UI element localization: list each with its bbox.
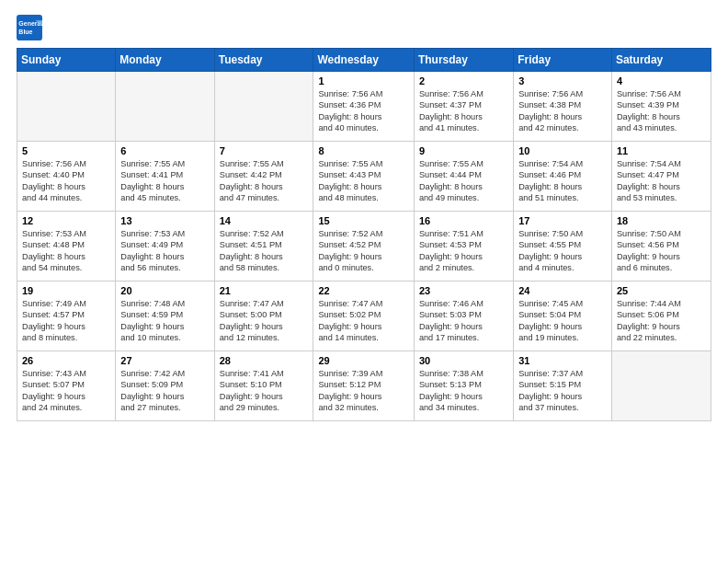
calendar-cell: 1Sunrise: 7:56 AMSunset: 4:36 PMDaylight… (313, 72, 414, 142)
day-number: 2 (419, 75, 508, 86)
day-number: 16 (419, 215, 508, 226)
cell-details: Sunrise: 7:52 AMSunset: 4:52 PMDaylight:… (318, 228, 408, 274)
cell-details: Sunrise: 7:44 AMSunset: 5:06 PMDaylight:… (617, 298, 706, 344)
weekday-header-wednesday: Wednesday (313, 49, 414, 72)
calendar-cell: 21Sunrise: 7:47 AMSunset: 5:00 PMDayligh… (214, 282, 313, 351)
calendar-cell: 10Sunrise: 7:54 AMSunset: 4:46 PMDayligh… (514, 142, 612, 212)
calendar-cell: 31Sunrise: 7:37 AMSunset: 5:15 PMDayligh… (514, 351, 612, 421)
cell-details: Sunrise: 7:48 AMSunset: 4:59 PMDaylight:… (120, 298, 209, 344)
day-number: 18 (617, 215, 706, 226)
cell-details: Sunrise: 7:52 AMSunset: 4:51 PMDaylight:… (220, 228, 309, 274)
calendar-cell: 12Sunrise: 7:53 AMSunset: 4:48 PMDayligh… (17, 212, 116, 282)
day-number: 5 (22, 145, 110, 156)
day-number: 27 (120, 355, 209, 366)
cell-details: Sunrise: 7:55 AMSunset: 4:44 PMDaylight:… (419, 158, 508, 204)
day-number: 12 (22, 215, 110, 226)
day-number: 6 (120, 145, 209, 156)
cell-details: Sunrise: 7:47 AMSunset: 5:02 PMDaylight:… (318, 298, 408, 344)
calendar-cell: 11Sunrise: 7:54 AMSunset: 4:47 PMDayligh… (611, 142, 711, 212)
day-number: 21 (220, 285, 309, 296)
day-number: 31 (518, 355, 607, 366)
cell-details: Sunrise: 7:41 AMSunset: 5:10 PMDaylight:… (220, 368, 309, 414)
cell-details: Sunrise: 7:56 AMSunset: 4:40 PMDaylight:… (22, 158, 110, 204)
calendar-cell: 4Sunrise: 7:56 AMSunset: 4:39 PMDaylight… (611, 72, 711, 142)
day-number: 26 (22, 355, 110, 366)
calendar-cell: 29Sunrise: 7:39 AMSunset: 5:12 PMDayligh… (313, 351, 414, 421)
calendar-cell (214, 72, 313, 142)
calendar-cell: 2Sunrise: 7:56 AMSunset: 4:37 PMDaylight… (414, 72, 513, 142)
cell-details: Sunrise: 7:53 AMSunset: 4:48 PMDaylight:… (22, 228, 110, 274)
day-number: 13 (120, 215, 209, 226)
calendar-cell: 8Sunrise: 7:55 AMSunset: 4:43 PMDaylight… (313, 142, 414, 212)
day-number: 23 (419, 285, 508, 296)
calendar-cell: 7Sunrise: 7:55 AMSunset: 4:42 PMDaylight… (214, 142, 313, 212)
day-number: 11 (617, 145, 706, 156)
day-number: 14 (220, 215, 309, 226)
cell-details: Sunrise: 7:49 AMSunset: 4:57 PMDaylight:… (22, 298, 110, 344)
calendar-cell: 23Sunrise: 7:46 AMSunset: 5:03 PMDayligh… (414, 282, 513, 351)
cell-details: Sunrise: 7:56 AMSunset: 4:37 PMDaylight:… (419, 88, 508, 134)
cell-details: Sunrise: 7:54 AMSunset: 4:46 PMDaylight:… (518, 158, 607, 204)
calendar-cell: 19Sunrise: 7:49 AMSunset: 4:57 PMDayligh… (17, 282, 116, 351)
calendar-cell (116, 72, 214, 142)
calendar-cell: 17Sunrise: 7:50 AMSunset: 4:55 PMDayligh… (514, 212, 612, 282)
day-number: 9 (419, 145, 508, 156)
day-number: 15 (318, 215, 408, 226)
day-number: 30 (419, 355, 508, 366)
cell-details: Sunrise: 7:55 AMSunset: 4:41 PMDaylight:… (120, 158, 209, 204)
weekday-header-friday: Friday (514, 49, 612, 72)
calendar-cell: 5Sunrise: 7:56 AMSunset: 4:40 PMDaylight… (17, 142, 116, 212)
day-number: 28 (220, 355, 309, 366)
day-number: 20 (120, 285, 209, 296)
svg-rect-0 (17, 15, 42, 40)
calendar-cell: 24Sunrise: 7:45 AMSunset: 5:04 PMDayligh… (514, 282, 612, 351)
cell-details: Sunrise: 7:37 AMSunset: 5:15 PMDaylight:… (518, 368, 607, 414)
day-number: 8 (318, 145, 408, 156)
weekday-header-saturday: Saturday (611, 49, 711, 72)
calendar-cell (611, 351, 711, 421)
day-number: 24 (518, 285, 607, 296)
calendar-cell: 27Sunrise: 7:42 AMSunset: 5:09 PMDayligh… (116, 351, 214, 421)
weekday-header-tuesday: Tuesday (214, 49, 313, 72)
calendar-cell: 20Sunrise: 7:48 AMSunset: 4:59 PMDayligh… (116, 282, 214, 351)
svg-text:Blue: Blue (18, 29, 32, 35)
day-number: 4 (617, 75, 706, 86)
cell-details: Sunrise: 7:56 AMSunset: 4:36 PMDaylight:… (318, 88, 408, 134)
day-number: 17 (518, 215, 607, 226)
cell-details: Sunrise: 7:55 AMSunset: 4:43 PMDaylight:… (318, 158, 408, 204)
calendar-cell: 13Sunrise: 7:53 AMSunset: 4:49 PMDayligh… (116, 212, 214, 282)
day-number: 3 (518, 75, 607, 86)
cell-details: Sunrise: 7:46 AMSunset: 5:03 PMDaylight:… (419, 298, 508, 344)
calendar-cell: 3Sunrise: 7:56 AMSunset: 4:38 PMDaylight… (514, 72, 612, 142)
calendar-cell: 14Sunrise: 7:52 AMSunset: 4:51 PMDayligh… (214, 212, 313, 282)
cell-details: Sunrise: 7:51 AMSunset: 4:53 PMDaylight:… (419, 228, 508, 274)
calendar-cell: 16Sunrise: 7:51 AMSunset: 4:53 PMDayligh… (414, 212, 513, 282)
cell-details: Sunrise: 7:56 AMSunset: 4:38 PMDaylight:… (518, 88, 607, 134)
cell-details: Sunrise: 7:53 AMSunset: 4:49 PMDaylight:… (120, 228, 209, 274)
cell-details: Sunrise: 7:42 AMSunset: 5:09 PMDaylight:… (120, 368, 209, 414)
weekday-header-sunday: Sunday (17, 49, 116, 72)
calendar-cell: 6Sunrise: 7:55 AMSunset: 4:41 PMDaylight… (116, 142, 214, 212)
day-number: 19 (22, 285, 110, 296)
day-number: 1 (318, 75, 408, 86)
weekday-header-thursday: Thursday (414, 49, 513, 72)
cell-details: Sunrise: 7:50 AMSunset: 4:56 PMDaylight:… (617, 228, 706, 274)
calendar-cell: 9Sunrise: 7:55 AMSunset: 4:44 PMDaylight… (414, 142, 513, 212)
calendar-cell (17, 72, 116, 142)
cell-details: Sunrise: 7:54 AMSunset: 4:47 PMDaylight:… (617, 158, 706, 204)
calendar-cell: 28Sunrise: 7:41 AMSunset: 5:10 PMDayligh… (214, 351, 313, 421)
cell-details: Sunrise: 7:55 AMSunset: 4:42 PMDaylight:… (220, 158, 309, 204)
day-number: 10 (518, 145, 607, 156)
logo-icon: General Blue (17, 15, 42, 40)
cell-details: Sunrise: 7:45 AMSunset: 5:04 PMDaylight:… (518, 298, 607, 344)
cell-details: Sunrise: 7:39 AMSunset: 5:12 PMDaylight:… (318, 368, 408, 414)
cell-details: Sunrise: 7:50 AMSunset: 4:55 PMDaylight:… (518, 228, 607, 274)
cell-details: Sunrise: 7:43 AMSunset: 5:07 PMDaylight:… (22, 368, 110, 414)
calendar-cell: 30Sunrise: 7:38 AMSunset: 5:13 PMDayligh… (414, 351, 513, 421)
logo: General Blue (17, 15, 46, 40)
day-number: 22 (318, 285, 408, 296)
calendar-cell: 26Sunrise: 7:43 AMSunset: 5:07 PMDayligh… (17, 351, 116, 421)
cell-details: Sunrise: 7:56 AMSunset: 4:39 PMDaylight:… (617, 88, 706, 134)
calendar-cell: 22Sunrise: 7:47 AMSunset: 5:02 PMDayligh… (313, 282, 414, 351)
day-number: 25 (617, 285, 706, 296)
